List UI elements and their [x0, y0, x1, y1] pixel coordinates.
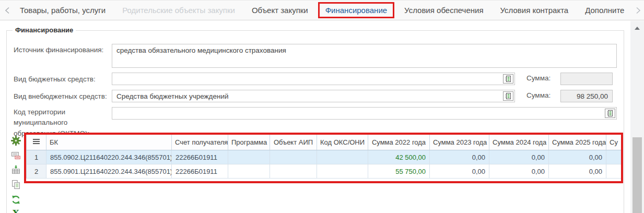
column-header-oks[interactable]: Код ОКС/ОНИ	[317, 135, 368, 150]
grid-import-button[interactable]	[10, 164, 21, 175]
refresh-icon	[11, 195, 21, 205]
scroll-up-arrow-icon[interactable]	[635, 27, 640, 30]
procurement-window: Товары, работы, услуги Родительские объе…	[0, 0, 644, 213]
oktmo-field	[112, 107, 617, 120]
vertical-scrollbar[interactable]	[630, 21, 644, 213]
budget-funds-type-field	[112, 73, 515, 85]
extrabudget-funds-type-field	[112, 90, 515, 102]
oks-cell[interactable]	[317, 150, 368, 164]
clipped-cell[interactable]	[606, 164, 622, 179]
clipped-cell[interactable]	[606, 150, 622, 164]
bk-cell[interactable]: 855.0902.Ц211640220.244.346(855701)	[46, 150, 172, 164]
tab-procurement-object[interactable]: Объект закупки	[252, 6, 308, 15]
oktmo-input[interactable]	[112, 107, 617, 120]
tab-goods-works-services[interactable]: Товары, работы, услуги	[20, 6, 106, 15]
table-row[interactable]: 2 855.0901.Ц211640220.244.346(855701) 22…	[27, 164, 622, 179]
column-header-sum-2025[interactable]: Сумма 2025 года	[549, 135, 606, 150]
table-header-row: БК Счет получателя Программа Объект АИП …	[27, 135, 622, 150]
budget-sum-label: Сумма:	[526, 74, 551, 82]
tab-additional[interactable]: Дополните	[585, 6, 624, 15]
chevron-left-icon	[5, 7, 10, 14]
active-tab-highlight-box: Финансирование	[318, 2, 394, 18]
extrabudget-funds-type-label: Вид внебюджетных средств:	[14, 91, 111, 102]
lookup-book-icon	[607, 110, 613, 117]
lookup-book-icon	[505, 92, 511, 100]
aip-cell[interactable]	[270, 150, 317, 164]
tab-contract-conditions[interactable]: Условия контракта	[500, 6, 569, 15]
excel-export-icon: X	[11, 208, 21, 213]
account-cell[interactable]: 22266Б01911	[172, 150, 228, 164]
table-highlight-box: БК Счет получателя Программа Объект АИП …	[24, 133, 623, 183]
sum-2024-cell[interactable]: 0,00	[489, 164, 549, 179]
scrollbar-thumb[interactable]	[633, 137, 642, 213]
column-header-clipped[interactable]: Су	[606, 135, 622, 150]
financing-table: БК Счет получателя Программа Объект АИП …	[26, 135, 621, 181]
grid-refresh-button[interactable]	[10, 194, 21, 205]
tabs-scroll-right-button[interactable]	[634, 4, 642, 17]
hamburger-icon	[33, 138, 40, 145]
aip-cell[interactable]	[270, 164, 317, 179]
lookup-book-icon	[505, 75, 511, 82]
sum-2023-cell[interactable]: 0,00	[430, 164, 489, 179]
financing-panel: Финансирование Источник финансирования: …	[6, 30, 624, 213]
grid-excel-export-button[interactable]: X	[10, 207, 21, 213]
table-import-icon	[11, 165, 21, 175]
copy-icon	[11, 180, 21, 190]
column-header-program[interactable]: Программа	[228, 135, 270, 150]
tab-parent-procurement-objects: Родительские объекты закупки	[122, 6, 235, 15]
table-row[interactable]: 1 855.0902.Ц211640220.244.346(855701) 22…	[27, 150, 622, 164]
budget-funds-type-input[interactable]	[112, 73, 515, 85]
funding-source-label: Источник финансирования:	[14, 45, 111, 55]
column-header-sum-2024[interactable]: Сумма 2024 года	[489, 135, 549, 150]
column-header-sum-2023[interactable]: Сумма 2023 года	[430, 135, 489, 150]
budget-sum-input	[560, 73, 613, 85]
oktmo-lookup-button[interactable]	[605, 109, 615, 118]
row-menu-header[interactable]	[27, 135, 46, 150]
oks-cell[interactable]	[317, 164, 368, 179]
tab-financing[interactable]: Финансирование	[325, 6, 387, 15]
bk-cell[interactable]: 855.0901.Ц211640220.244.346(855701)	[46, 164, 172, 179]
extrabudget-sum-input	[560, 90, 613, 102]
column-header-account[interactable]: Счет получателя	[172, 135, 228, 150]
extrabudget-funds-type-input[interactable]	[112, 90, 515, 102]
extrabudget-sum-label: Сумма:	[526, 91, 551, 99]
budget-funds-type-label: Вид бюджетных средств:	[14, 74, 111, 85]
chevron-right-icon	[636, 7, 641, 14]
sum-2025-cell[interactable]: 0,00	[549, 150, 606, 164]
funding-source-textarea[interactable]: средства обязательного медицинского стра…	[112, 44, 617, 68]
svg-text:X: X	[13, 208, 19, 213]
sum-2022-cell[interactable]: 55 750,00	[368, 164, 430, 179]
tab-security-conditions[interactable]: Условия обеспечения	[404, 6, 483, 15]
sum-2023-cell[interactable]: 0,00	[430, 150, 489, 164]
sum-2022-cell[interactable]: 42 500,00	[368, 150, 430, 164]
sum-2024-cell[interactable]: 0,00	[489, 150, 549, 164]
column-header-aip[interactable]: Объект АИП	[270, 135, 317, 150]
program-cell[interactable]	[228, 150, 270, 164]
account-cell[interactable]: 22266Б01911	[172, 164, 228, 179]
edit-records-icon	[11, 150, 21, 160]
column-header-sum-2022[interactable]: Сумма 2022 года	[368, 135, 430, 150]
program-cell[interactable]	[228, 164, 270, 179]
sum-2025-cell[interactable]: 0,00	[549, 164, 606, 179]
settings-gear-icon	[11, 136, 21, 146]
row-number-cell: 1	[27, 150, 46, 164]
budget-funds-lookup-button[interactable]	[503, 74, 513, 84]
grid-settings-button[interactable]	[10, 135, 21, 146]
tab-bar: Товары, работы, услуги Родительские объе…	[0, 1, 644, 20]
row-number-cell: 2	[27, 164, 46, 179]
grid-copy-button[interactable]	[10, 179, 21, 190]
tabs-scroll-left-button[interactable]	[3, 4, 11, 17]
panel-legend: Финансирование	[13, 26, 76, 34]
extrabudget-funds-lookup-button[interactable]	[503, 91, 513, 101]
grid-edit-records-button[interactable]	[10, 149, 21, 161]
column-header-bk[interactable]: БК	[46, 135, 172, 150]
